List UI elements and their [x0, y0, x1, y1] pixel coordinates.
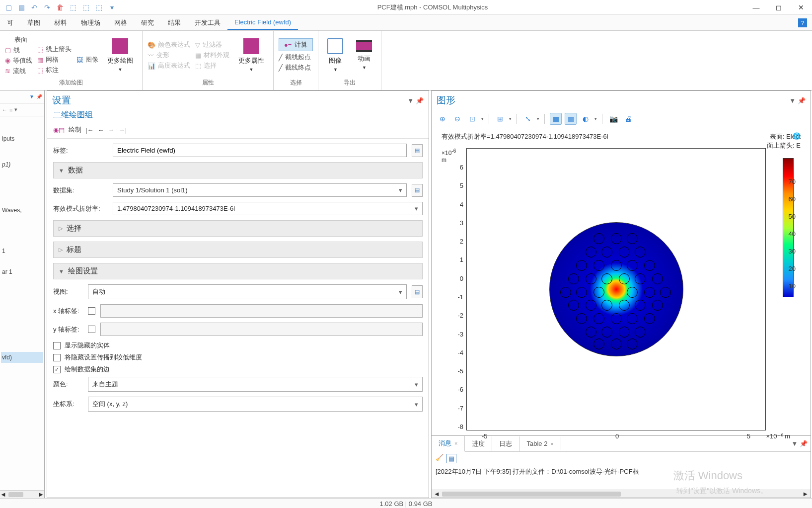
tree-tool-2[interactable]: ≡ — [9, 107, 12, 113]
close-button[interactable]: ✕ — [790, 0, 812, 15]
view-mode-2-icon[interactable]: ▥ — [565, 113, 577, 125]
arrow-next-icon: → — [108, 126, 114, 134]
ribbon-more-plots[interactable]: 更多绘图▼ — [103, 36, 137, 74]
ribbon-grid[interactable]: ▦网格 — [37, 55, 72, 64]
xaxis-input[interactable] — [100, 304, 423, 318]
ribbon-line-arrow[interactable]: ⬚线上箭头 — [37, 45, 72, 54]
ribbon-line[interactable]: ▢线 — [5, 46, 32, 55]
xaxis-checkbox[interactable] — [88, 307, 95, 315]
maximize-button[interactable]: ◻ — [767, 0, 790, 15]
dataset-side-button[interactable]: ▤ — [412, 184, 423, 197]
zoom-box-icon[interactable]: ⊡ — [466, 113, 478, 125]
ribbon-export-anim[interactable]: 动画▼ — [352, 38, 376, 72]
propagate-checkbox[interactable] — [53, 354, 61, 361]
arrow-first-icon[interactable]: |← — [85, 126, 93, 134]
menu-developer[interactable]: 开发工具 — [188, 15, 227, 30]
pin-icon[interactable]: 📌 — [800, 440, 808, 447]
zoom-in-icon[interactable]: ⊕ — [437, 113, 448, 125]
ribbon-group-select: ●=计算 ╱截线起点 ╱截线终点 选择 — [274, 31, 318, 90]
ribbon-streamline[interactable]: ≋流线 — [5, 67, 32, 76]
menu-physics[interactable]: 物理场 — [74, 15, 107, 30]
yaxis-input[interactable] — [100, 323, 423, 336]
print-icon[interactable]: 🖨 — [622, 113, 634, 125]
scene-light-icon[interactable]: ◐ — [580, 113, 591, 125]
menu-geometry[interactable]: 可 — [0, 15, 20, 30]
plot-edges-checkbox[interactable]: ✓ — [53, 366, 61, 373]
qa-icon-6[interactable]: ⬚ — [69, 3, 77, 12]
qa-icon-2[interactable]: ▤ — [17, 3, 26, 12]
plot-edges-label: 绘制数据集的边 — [65, 365, 110, 374]
pin-icon[interactable]: 📌 — [36, 94, 42, 99]
close-icon[interactable]: × — [454, 440, 457, 446]
qa-icon-7[interactable]: ⬚ — [81, 3, 90, 12]
tag-side-button[interactable]: ▤ — [412, 144, 423, 157]
ribbon-more-attrs[interactable]: 更多属性▼ — [234, 36, 268, 74]
panel-menu-icon[interactable]: ▼ — [407, 97, 414, 104]
plot-canvas[interactable]: -505 ×10⁻⁶ m — [466, 148, 766, 430]
ribbon-annotation[interactable]: ⬚标注 — [37, 66, 72, 75]
color-select[interactable]: 来自主题▾ — [88, 377, 423, 392]
view-mode-1-icon[interactable]: ▦ — [550, 113, 562, 125]
compute-button[interactable]: ●=计算 — [279, 38, 313, 51]
view-select[interactable]: 自动▾ — [88, 284, 407, 299]
section-data[interactable]: ▼数据 — [53, 162, 423, 178]
message-text: [2022年10月7日 下午9:35] 打开的文件：D:\01-comsol波导… — [432, 465, 811, 490]
refidx-select[interactable]: 1.47980407230974-1.109418973473E-6i▾ — [113, 202, 423, 215]
qa-icon-1[interactable]: ▢ — [4, 3, 13, 12]
menu-study[interactable]: 研究 — [134, 15, 161, 30]
plot-label[interactable]: 绘制 — [69, 125, 81, 134]
tree-item[interactable]: p1) — [1, 159, 43, 170]
plot-icon[interactable]: ◉▤ — [53, 126, 65, 134]
pin-icon[interactable]: 📌 — [798, 97, 806, 104]
ribbon-line-end[interactable]: ╱截线终点 — [279, 63, 313, 72]
tree-tool-1[interactable]: ← — [2, 107, 7, 113]
panel-menu-icon[interactable]: ▼ — [29, 94, 34, 99]
panel-menu-icon[interactable]: ▼ — [789, 97, 796, 104]
tag-input[interactable] — [113, 144, 407, 157]
section-plot-settings[interactable]: ▼绘图设置 — [53, 263, 423, 279]
close-icon[interactable]: × — [550, 441, 553, 447]
menu-mesh[interactable]: 网格 — [107, 15, 134, 30]
qa-icon-5[interactable]: 🗑 — [56, 3, 65, 12]
plot-refresh-icon[interactable]: 🌐 — [793, 132, 801, 140]
zoom-extents-icon[interactable]: ⊞ — [494, 113, 506, 125]
graphics-plot-area[interactable]: 有效模式折射率=1.47980407230974-1.109418973473E… — [432, 128, 811, 435]
dataset-select[interactable]: Study 1/Solution 1 (sol1)▾ — [113, 183, 407, 197]
tree-item[interactable]: ar 1 — [1, 266, 43, 277]
section-title[interactable]: ▷标题 — [53, 242, 423, 258]
menu-results[interactable]: 结果 — [161, 15, 188, 30]
view-xy-icon[interactable]: ⤡ — [522, 113, 534, 125]
qa-icon-4[interactable]: ↷ — [43, 3, 52, 12]
arrow-prev-icon[interactable]: ← — [97, 126, 104, 134]
camera-icon[interactable]: 📷 — [607, 113, 619, 125]
tab-messages[interactable]: 消息× — [432, 436, 465, 452]
ribbon-export-image[interactable]: 图像▼ — [323, 36, 347, 74]
tree-item[interactable]: iputs — [1, 133, 43, 144]
msg-tool-icon[interactable]: ▤ — [446, 454, 456, 463]
view-side-button[interactable]: ▤ — [412, 285, 423, 298]
qa-icon-3[interactable]: ↶ — [30, 3, 39, 12]
ribbon-contour[interactable]: ◉等值线 — [5, 56, 32, 65]
minimize-button[interactable]: — — [745, 0, 767, 15]
tree-item[interactable]: Waves, — [1, 205, 43, 216]
coord-select[interactable]: 空间 (x, y, z)▾ — [88, 397, 423, 412]
pin-icon[interactable]: 📌 — [416, 97, 424, 104]
yaxis-checkbox[interactable] — [88, 326, 95, 333]
ribbon-line-start[interactable]: ╱截线起点 — [279, 53, 313, 62]
qa-dropdown-icon[interactable]: ▾ — [107, 3, 116, 12]
ribbon-image[interactable]: 🖼图像 — [76, 55, 98, 64]
menu-sketch[interactable]: 草图 — [20, 15, 47, 30]
tree-item-selected[interactable]: vfd) — [1, 352, 43, 363]
scrollbar-horiz[interactable]: ◄► — [0, 490, 44, 498]
show-hidden-checkbox[interactable] — [53, 342, 61, 349]
menu-materials[interactable]: 材料 — [47, 15, 74, 30]
menu-electric-field[interactable]: Electric Field (ewfd) — [227, 15, 298, 30]
panel-menu-icon[interactable]: ▼ — [792, 440, 798, 447]
help-icon[interactable]: ? — [798, 18, 807, 27]
clear-icon[interactable]: 🧹 — [436, 454, 443, 463]
qa-icon-8[interactable]: ⬚ — [94, 3, 103, 12]
tree-item[interactable]: 1 — [1, 246, 43, 256]
section-select[interactable]: ▷选择 — [53, 220, 423, 237]
scrollbar-horiz[interactable]: ◄► — [432, 490, 811, 498]
zoom-out-icon[interactable]: ⊖ — [451, 113, 463, 125]
